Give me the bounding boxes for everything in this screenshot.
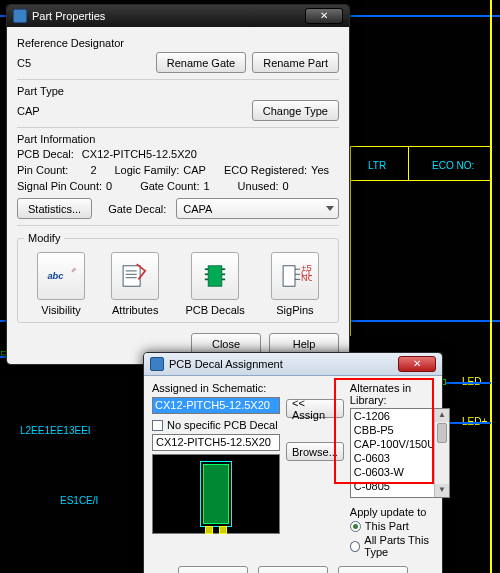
- scroll-up-icon[interactable]: ▲: [435, 409, 449, 422]
- assign-label: << Assign: [292, 397, 338, 421]
- modify-legend: Modify: [24, 232, 64, 244]
- statistics-button[interactable]: Statistics...: [17, 198, 92, 219]
- assign-button[interactable]: << Assign: [286, 399, 344, 418]
- eco-reg-value: Yes: [311, 164, 329, 176]
- alternates-list[interactable]: C-1206CBB-P5CAP-100V/150UFC-0603C-0603-W…: [350, 408, 450, 498]
- titlebar[interactable]: PCB Decal Assignment ✕: [144, 353, 442, 376]
- sigpins-label: SigPins: [276, 304, 313, 316]
- chip-icon: [198, 259, 232, 293]
- change-type-label: Change Type: [263, 105, 328, 117]
- scroll-thumb[interactable]: [437, 423, 447, 443]
- frame-line: [350, 146, 351, 336]
- note-icon: [118, 259, 152, 293]
- rename-part-label: Rename Part: [263, 57, 328, 69]
- part-type-label: Part Type: [17, 85, 339, 97]
- rename-part-button[interactable]: Rename Part: [252, 52, 339, 73]
- radio-icon: [350, 521, 361, 532]
- apply-label: Apply update to: [350, 506, 450, 518]
- change-type-button[interactable]: Change Type: [252, 100, 339, 121]
- eco-reg-label: ECO Registered:: [224, 164, 307, 176]
- radio-this-label: This Part: [365, 520, 409, 532]
- pcb-decal-label: PCB Decal:: [17, 148, 74, 160]
- help-button[interactable]: Help: [269, 333, 339, 354]
- app-icon: [150, 357, 164, 371]
- gate-decal-value: CAPA: [183, 203, 212, 215]
- part-info-label: Part Information: [17, 133, 339, 145]
- cancel-button[interactable]: Cancel: [258, 566, 328, 573]
- gate-decal-label: Gate Decal:: [108, 203, 166, 215]
- close-button[interactable]: Close: [191, 333, 261, 354]
- client-area: Assigned in Schematic: CX12-PITCH5-12.5X…: [144, 376, 442, 573]
- titlebar[interactable]: Part Properties ✕: [7, 5, 349, 27]
- modify-group: Modify abc Visibility Attributes: [17, 232, 339, 323]
- comp-label: ES1CE/I: [60, 495, 98, 506]
- unused-label: Unused:: [238, 180, 279, 192]
- logic-family-value: CAP: [183, 164, 206, 176]
- frame-line: [408, 146, 409, 180]
- visibility-label: Visibility: [41, 304, 81, 316]
- logic-family-label: Logic Family:: [115, 164, 180, 176]
- sig-pin-value: 0: [106, 180, 112, 192]
- close-label: Close: [212, 338, 240, 350]
- footprint-pad: [205, 526, 213, 534]
- frame-line: [350, 180, 492, 181]
- svg-rect-12: [283, 266, 295, 286]
- assigned-label: Assigned in Schematic:: [152, 382, 280, 394]
- footprint-body: [203, 464, 229, 524]
- footprint-outline: [200, 461, 232, 527]
- no-specific-checkbox[interactable]: No specific PCB Decal: [152, 419, 280, 431]
- browse-button[interactable]: Browse...: [286, 442, 344, 461]
- rename-gate-button[interactable]: Rename Gate: [156, 52, 246, 73]
- pcb-decals-button[interactable]: [191, 252, 239, 300]
- pcb-decals-label: PCB Decals: [185, 304, 244, 316]
- visibility-button[interactable]: abc: [37, 252, 85, 300]
- radio-this-part[interactable]: This Part: [350, 520, 450, 532]
- chevron-down-icon: [326, 206, 334, 211]
- assigned-value: CX12-PITCH5-12.5X20: [155, 399, 270, 411]
- no-specific-label: No specific PCB Decal: [167, 419, 278, 431]
- net-line: [446, 422, 491, 424]
- gate-count-label: Gate Count:: [140, 180, 199, 192]
- svg-rect-5: [208, 266, 222, 286]
- pcb-decal-value: CX12-PITCH5-12.5X20: [82, 148, 197, 160]
- sig-pin-label: Signal Pin Count:: [17, 180, 102, 192]
- browse-label: Browse...: [292, 446, 338, 458]
- sigpins-icon: +5VCLKNC: [278, 259, 312, 293]
- frame-line: [490, 0, 492, 573]
- close-icon[interactable]: ✕: [305, 8, 343, 24]
- close-icon[interactable]: ✕: [398, 356, 436, 372]
- alternates-label: Alternates in Library:: [350, 382, 450, 406]
- statistics-label: Statistics...: [28, 203, 81, 215]
- help-label: Help: [293, 338, 316, 350]
- client-area: Reference Designator C5 Rename Gate Rena…: [7, 27, 349, 364]
- current-decal-value: CX12-PITCH5-12.5X20: [156, 436, 271, 448]
- pin-count-label: Pin Count:: [17, 164, 68, 176]
- frame-line: [350, 146, 492, 147]
- footprint-preview: [152, 454, 280, 534]
- net-line: [446, 382, 491, 384]
- attributes-label: Attributes: [112, 304, 158, 316]
- separator: [17, 127, 339, 128]
- svg-rect-1: [123, 266, 140, 286]
- radio-all-parts[interactable]: All Parts This Type: [350, 534, 450, 558]
- assigned-input[interactable]: CX12-PITCH5-12.5X20: [152, 397, 280, 414]
- label-ecno: ECO NO:: [432, 160, 474, 171]
- window-title: PCB Decal Assignment: [169, 358, 283, 370]
- svg-text:abc: abc: [47, 271, 64, 281]
- part-type-value: CAP: [17, 105, 40, 117]
- radio-icon: [350, 541, 360, 552]
- attributes-button[interactable]: [111, 252, 159, 300]
- pcb-decal-assignment-window: PCB Decal Assignment ✕ Assigned in Schem…: [143, 352, 443, 573]
- scrollbar[interactable]: ▲ ▼: [434, 409, 449, 497]
- scroll-down-icon[interactable]: ▼: [435, 484, 449, 497]
- radio-all-label: All Parts This Type: [364, 534, 450, 558]
- gate-count-value: 1: [203, 180, 209, 192]
- refdes-value: C5: [17, 57, 31, 69]
- help-button[interactable]: Help: [338, 566, 408, 573]
- current-decal-field[interactable]: CX12-PITCH5-12.5X20: [152, 434, 280, 451]
- gate-decal-dropdown[interactable]: CAPA: [176, 198, 339, 219]
- svg-text:NC: NC: [301, 273, 312, 283]
- sigpins-button[interactable]: +5VCLKNC: [271, 252, 319, 300]
- ok-button[interactable]: OK: [178, 566, 248, 573]
- checkbox-icon: [152, 420, 163, 431]
